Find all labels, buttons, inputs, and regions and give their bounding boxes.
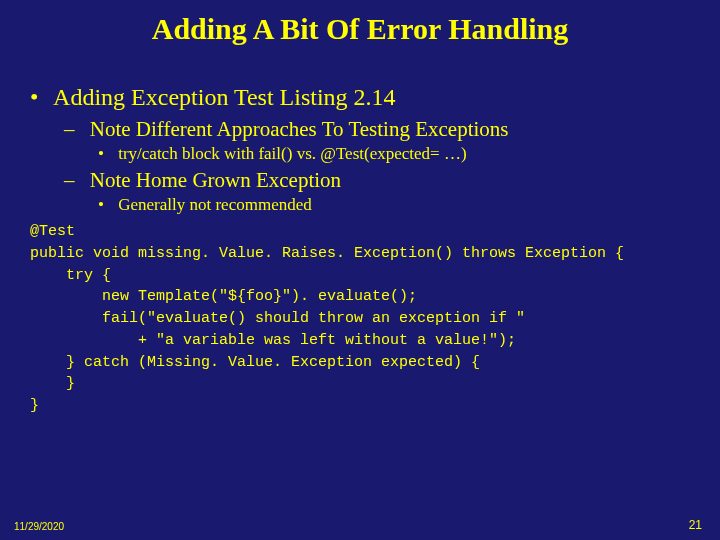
footer-page-number: 21 — [689, 518, 702, 532]
code-block: @Test public void missing. Value. Raises… — [30, 221, 690, 417]
slide-title: Adding A Bit Of Error Handling — [30, 12, 690, 46]
bullet-list: Adding Exception Test Listing 2.14 Note … — [30, 84, 690, 215]
bullet-l3-text: try/catch block with fail() vs. @Test(ex… — [118, 144, 466, 163]
bullet-l1: Adding Exception Test Listing 2.14 Note … — [30, 84, 690, 215]
footer-date: 11/29/2020 — [14, 521, 64, 532]
bullet-l2: Note Home Grown Exception Generally not … — [64, 168, 690, 215]
bullet-l3: Generally not recommended — [98, 195, 690, 215]
bullet-l2-text: Note Different Approaches To Testing Exc… — [90, 117, 509, 141]
bullet-list-l3: Generally not recommended — [64, 195, 690, 215]
bullet-l3-text: Generally not recommended — [118, 195, 312, 214]
bullet-list-l3: try/catch block with fail() vs. @Test(ex… — [64, 144, 690, 164]
bullet-l2: Note Different Approaches To Testing Exc… — [64, 117, 690, 164]
bullet-l3: try/catch block with fail() vs. @Test(ex… — [98, 144, 690, 164]
bullet-l2-text: Note Home Grown Exception — [90, 168, 341, 192]
slide: Adding A Bit Of Error Handling Adding Ex… — [0, 0, 720, 540]
bullet-list-l2: Note Different Approaches To Testing Exc… — [30, 117, 690, 215]
bullet-l1-text: Adding Exception Test Listing 2.14 — [53, 84, 396, 110]
